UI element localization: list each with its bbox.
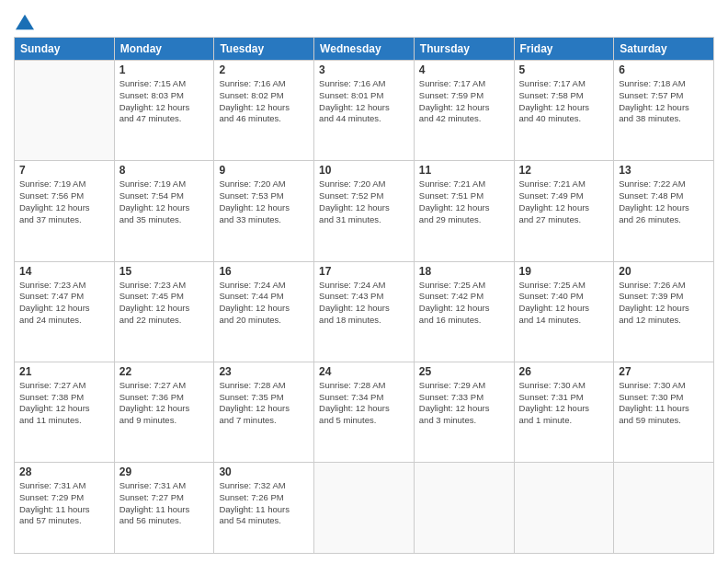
logo	[14, 13, 34, 31]
day-number: 9	[219, 164, 309, 177]
day-number: 13	[619, 164, 709, 177]
calendar-header-thursday: Thursday	[414, 38, 514, 61]
calendar-cell: 10Sunrise: 7:20 AMSunset: 7:52 PMDayligh…	[314, 161, 415, 261]
calendar-header-saturday: Saturday	[614, 38, 714, 61]
day-info: Sunrise: 7:19 AMSunset: 7:56 PMDaylight:…	[19, 178, 109, 225]
day-number: 21	[19, 365, 109, 378]
day-info: Sunrise: 7:30 AMSunset: 7:30 PMDaylight:…	[619, 380, 709, 427]
day-info: Sunrise: 7:31 AMSunset: 7:27 PMDaylight:…	[119, 480, 210, 527]
day-info: Sunrise: 7:22 AMSunset: 7:48 PMDaylight:…	[619, 178, 709, 225]
day-info: Sunrise: 7:28 AMSunset: 7:35 PMDaylight:…	[219, 380, 309, 427]
day-info: Sunrise: 7:16 AMSunset: 8:01 PMDaylight:…	[319, 78, 409, 125]
calendar-cell	[314, 463, 415, 554]
svg-marker-0	[16, 15, 34, 30]
calendar-header-row: SundayMondayTuesdayWednesdayThursdayFrid…	[15, 38, 714, 61]
calendar-cell: 23Sunrise: 7:28 AMSunset: 7:35 PMDayligh…	[214, 362, 314, 462]
calendar-cell: 4Sunrise: 7:17 AMSunset: 7:59 PMDaylight…	[414, 61, 514, 161]
day-info: Sunrise: 7:27 AMSunset: 7:36 PMDaylight:…	[119, 380, 210, 427]
day-info: Sunrise: 7:27 AMSunset: 7:38 PMDaylight:…	[19, 380, 109, 427]
day-number: 5	[519, 63, 609, 76]
day-info: Sunrise: 7:25 AMSunset: 7:40 PMDaylight:…	[519, 280, 609, 327]
calendar-cell: 5Sunrise: 7:17 AMSunset: 7:58 PMDaylight…	[514, 61, 614, 161]
day-number: 23	[219, 365, 309, 378]
calendar-week-2: 7Sunrise: 7:19 AMSunset: 7:56 PMDaylight…	[15, 161, 714, 261]
calendar-cell: 13Sunrise: 7:22 AMSunset: 7:48 PMDayligh…	[614, 161, 714, 261]
calendar-cell: 12Sunrise: 7:21 AMSunset: 7:49 PMDayligh…	[514, 161, 614, 261]
calendar-cell: 6Sunrise: 7:18 AMSunset: 7:57 PMDaylight…	[614, 61, 714, 161]
day-info: Sunrise: 7:30 AMSunset: 7:31 PMDaylight:…	[519, 380, 609, 427]
calendar-cell: 16Sunrise: 7:24 AMSunset: 7:44 PMDayligh…	[214, 261, 314, 362]
day-number: 12	[519, 164, 609, 177]
header	[14, 9, 714, 31]
day-number: 20	[619, 265, 709, 278]
page: SundayMondayTuesdayWednesdayThursdayFrid…	[0, 0, 728, 563]
calendar-cell	[15, 61, 115, 161]
calendar-cell: 19Sunrise: 7:25 AMSunset: 7:40 PMDayligh…	[514, 261, 614, 362]
day-number: 8	[119, 164, 210, 177]
calendar-week-1: 1Sunrise: 7:15 AMSunset: 8:03 PMDaylight…	[15, 61, 714, 161]
day-number: 14	[19, 265, 109, 278]
day-info: Sunrise: 7:15 AMSunset: 8:03 PMDaylight:…	[119, 78, 210, 125]
calendar-header-monday: Monday	[114, 38, 214, 61]
day-number: 2	[219, 63, 309, 76]
day-info: Sunrise: 7:31 AMSunset: 7:29 PMDaylight:…	[19, 480, 109, 527]
calendar-cell: 25Sunrise: 7:29 AMSunset: 7:33 PMDayligh…	[414, 362, 514, 462]
day-number: 19	[519, 265, 609, 278]
calendar-cell: 21Sunrise: 7:27 AMSunset: 7:38 PMDayligh…	[15, 362, 115, 462]
calendar-cell: 9Sunrise: 7:20 AMSunset: 7:53 PMDaylight…	[214, 161, 314, 261]
day-info: Sunrise: 7:26 AMSunset: 7:39 PMDaylight:…	[619, 280, 709, 327]
calendar-cell: 27Sunrise: 7:30 AMSunset: 7:30 PMDayligh…	[614, 362, 714, 462]
calendar-cell: 17Sunrise: 7:24 AMSunset: 7:43 PMDayligh…	[314, 261, 415, 362]
calendar-cell: 7Sunrise: 7:19 AMSunset: 7:56 PMDaylight…	[15, 161, 115, 261]
day-info: Sunrise: 7:17 AMSunset: 7:58 PMDaylight:…	[519, 78, 609, 125]
day-number: 18	[419, 265, 509, 278]
day-number: 25	[419, 365, 509, 378]
calendar-cell: 28Sunrise: 7:31 AMSunset: 7:29 PMDayligh…	[15, 463, 115, 554]
day-info: Sunrise: 7:25 AMSunset: 7:42 PMDaylight:…	[419, 280, 509, 327]
calendar-cell: 18Sunrise: 7:25 AMSunset: 7:42 PMDayligh…	[414, 261, 514, 362]
calendar-cell: 11Sunrise: 7:21 AMSunset: 7:51 PMDayligh…	[414, 161, 514, 261]
day-number: 26	[519, 365, 609, 378]
day-number: 15	[119, 265, 210, 278]
day-info: Sunrise: 7:28 AMSunset: 7:34 PMDaylight:…	[319, 380, 409, 427]
calendar-cell: 2Sunrise: 7:16 AMSunset: 8:02 PMDaylight…	[214, 61, 314, 161]
day-info: Sunrise: 7:18 AMSunset: 7:57 PMDaylight:…	[619, 78, 709, 125]
calendar-header-tuesday: Tuesday	[214, 38, 314, 61]
day-info: Sunrise: 7:21 AMSunset: 7:51 PMDaylight:…	[419, 178, 509, 225]
day-info: Sunrise: 7:23 AMSunset: 7:47 PMDaylight:…	[19, 280, 109, 327]
calendar-cell	[614, 463, 714, 554]
day-info: Sunrise: 7:32 AMSunset: 7:26 PMDaylight:…	[219, 480, 309, 527]
calendar-header-wednesday: Wednesday	[314, 38, 415, 61]
calendar-cell: 29Sunrise: 7:31 AMSunset: 7:27 PMDayligh…	[114, 463, 214, 554]
day-number: 10	[319, 164, 409, 177]
day-info: Sunrise: 7:23 AMSunset: 7:45 PMDaylight:…	[119, 280, 210, 327]
day-number: 24	[319, 365, 409, 378]
calendar-cell: 1Sunrise: 7:15 AMSunset: 8:03 PMDaylight…	[114, 61, 214, 161]
day-info: Sunrise: 7:20 AMSunset: 7:52 PMDaylight:…	[319, 178, 409, 225]
day-number: 16	[219, 265, 309, 278]
calendar-cell: 8Sunrise: 7:19 AMSunset: 7:54 PMDaylight…	[114, 161, 214, 261]
logo-text-block	[14, 13, 34, 31]
day-number: 11	[419, 164, 509, 177]
calendar-header-sunday: Sunday	[15, 38, 115, 61]
calendar-cell: 15Sunrise: 7:23 AMSunset: 7:45 PMDayligh…	[114, 261, 214, 362]
day-info: Sunrise: 7:21 AMSunset: 7:49 PMDaylight:…	[519, 178, 609, 225]
day-number: 6	[619, 63, 709, 76]
day-info: Sunrise: 7:17 AMSunset: 7:59 PMDaylight:…	[419, 78, 509, 125]
day-number: 7	[19, 164, 109, 177]
calendar-week-5: 28Sunrise: 7:31 AMSunset: 7:29 PMDayligh…	[15, 463, 714, 554]
calendar-week-4: 21Sunrise: 7:27 AMSunset: 7:38 PMDayligh…	[15, 362, 714, 462]
day-info: Sunrise: 7:29 AMSunset: 7:33 PMDaylight:…	[419, 380, 509, 427]
calendar-cell: 14Sunrise: 7:23 AMSunset: 7:47 PMDayligh…	[15, 261, 115, 362]
day-number: 27	[619, 365, 709, 378]
day-info: Sunrise: 7:16 AMSunset: 8:02 PMDaylight:…	[219, 78, 309, 125]
day-number: 30	[219, 465, 309, 478]
calendar-cell: 26Sunrise: 7:30 AMSunset: 7:31 PMDayligh…	[514, 362, 614, 462]
calendar-header-friday: Friday	[514, 38, 614, 61]
day-number: 22	[119, 365, 210, 378]
day-info: Sunrise: 7:24 AMSunset: 7:44 PMDaylight:…	[219, 280, 309, 327]
day-number: 17	[319, 265, 409, 278]
calendar-cell: 20Sunrise: 7:26 AMSunset: 7:39 PMDayligh…	[614, 261, 714, 362]
calendar-cell: 22Sunrise: 7:27 AMSunset: 7:36 PMDayligh…	[114, 362, 214, 462]
calendar-cell	[414, 463, 514, 554]
